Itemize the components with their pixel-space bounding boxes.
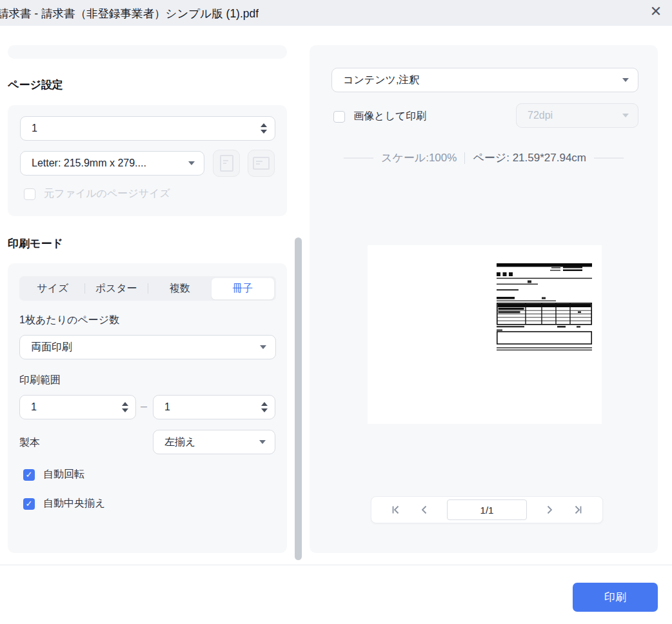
auto-center-label: 自動中央揃え [43, 497, 105, 510]
preview-document-thumbnail [497, 261, 592, 353]
tab-booklet[interactable]: 冊子 [212, 278, 275, 299]
print-content-value: コンテンツ,注釈 [343, 74, 622, 87]
divider-line [464, 152, 465, 164]
preview-sheet [368, 245, 602, 424]
stepper-down-icon[interactable] [122, 408, 128, 412]
scale-label: スケール:100% [381, 150, 457, 165]
stepper-up-icon[interactable] [261, 123, 267, 127]
chevron-down-icon [622, 114, 629, 117]
first-page-button[interactable] [390, 504, 402, 516]
footer-divider [0, 565, 672, 565]
tab-poster[interactable]: ポスター [85, 278, 148, 299]
print-mode-tabs: サイズ ポスター 複数 冊子 [19, 276, 276, 301]
window-title: 請求書 - 請求書（非登録事業者）シンプル版 (1).pdf [0, 6, 259, 21]
auto-center-checkbox[interactable]: ✓ [23, 498, 35, 510]
landscape-page-icon [253, 157, 270, 170]
page-navigation [371, 496, 603, 523]
binding-label: 製本 [19, 436, 40, 450]
scrolled-section-remnant [8, 45, 287, 59]
dpi-select: 72dpi [516, 103, 638, 128]
divider-line [344, 157, 373, 159]
auto-rotate-label: 自動回転 [43, 468, 84, 481]
stepper-down-icon[interactable] [261, 130, 267, 134]
page-size-label: ページ: 21.59*27.94cm [473, 150, 586, 165]
range-from-stepper [119, 402, 132, 412]
print-mode-heading: 印刷モード [8, 236, 63, 251]
duplex-select[interactable]: 両面印刷 [19, 335, 276, 359]
portrait-page-icon [220, 155, 233, 172]
paper-size-select[interactable]: Letter: 215.9mm x 279.... [20, 151, 204, 176]
range-from-input[interactable] [20, 401, 119, 413]
stepper-down-icon[interactable] [261, 408, 268, 412]
original-size-row: 元ファイルのページサイズ [24, 187, 170, 201]
print-mode-panel: サイズ ポスター 複数 冊子 1枚あたりのページ数 両面印刷 印刷範囲 – [8, 263, 287, 553]
binding-select[interactable]: 左揃え [153, 430, 275, 454]
range-separator: – [141, 399, 147, 413]
chevron-down-icon [622, 78, 629, 82]
next-page-button[interactable] [544, 504, 555, 516]
original-size-label: 元ファイルのページサイズ [44, 187, 170, 201]
last-page-button[interactable] [572, 504, 584, 516]
duplex-value: 両面印刷 [31, 341, 260, 354]
binding-value: 左揃え [164, 436, 259, 449]
print-as-image-checkbox[interactable] [333, 111, 345, 123]
range-to-stepper [258, 402, 271, 412]
range-from-field [19, 395, 136, 419]
print-button[interactable]: 印刷 [573, 583, 658, 612]
previous-page-button[interactable] [419, 504, 430, 516]
chevron-down-icon [260, 345, 266, 349]
divider-line [594, 157, 624, 159]
scale-info-row: スケール:100% ページ: 21.59*27.94cm [310, 150, 658, 165]
tab-multiple[interactable]: 複数 [148, 278, 212, 299]
range-to-field [153, 395, 275, 419]
orientation-landscape-button [248, 150, 275, 177]
print-as-image-label: 画像として印刷 [353, 110, 426, 123]
page-setup-heading: ページ設定 [8, 77, 63, 92]
page-number-field [20, 116, 275, 141]
stepper-up-icon[interactable] [122, 402, 128, 406]
chevron-down-icon [259, 440, 266, 444]
page-indicator-input[interactable] [447, 499, 527, 520]
print-dialog: 請求書 - 請求書（非登録事業者）シンプル版 (1).pdf ✕ ページ設定 L… [0, 0, 672, 624]
orientation-portrait-button [213, 150, 240, 177]
auto-rotate-row: ✓ 自動回転 [23, 468, 84, 481]
tab-size[interactable]: サイズ [21, 278, 84, 299]
page-number-stepper [256, 123, 271, 134]
dpi-value: 72dpi [528, 110, 622, 121]
close-icon[interactable]: ✕ [645, 1, 667, 23]
chevron-down-icon [188, 161, 195, 165]
auto-center-row: ✓ 自動中央揃え [23, 497, 105, 510]
page-setup-panel: Letter: 215.9mm x 279.... 元ファイルのページサイズ [8, 105, 287, 216]
print-as-image-row: 画像として印刷 [333, 110, 426, 123]
auto-rotate-checkbox[interactable]: ✓ [23, 469, 35, 481]
print-range-label: 印刷範囲 [19, 374, 61, 387]
title-bar: 請求書 - 請求書（非登録事業者）シンプル版 (1).pdf ✕ [0, 0, 672, 26]
print-content-select[interactable]: コンテンツ,注釈 [331, 68, 638, 92]
original-size-checkbox [24, 188, 35, 200]
paper-size-value: Letter: 215.9mm x 279.... [32, 157, 188, 169]
page-number-input[interactable] [21, 123, 256, 134]
pages-per-sheet-label: 1枚あたりのページ数 [19, 314, 119, 327]
stepper-up-icon[interactable] [261, 402, 268, 406]
vertical-scrollbar[interactable] [295, 237, 302, 560]
range-to-input[interactable] [153, 401, 258, 413]
